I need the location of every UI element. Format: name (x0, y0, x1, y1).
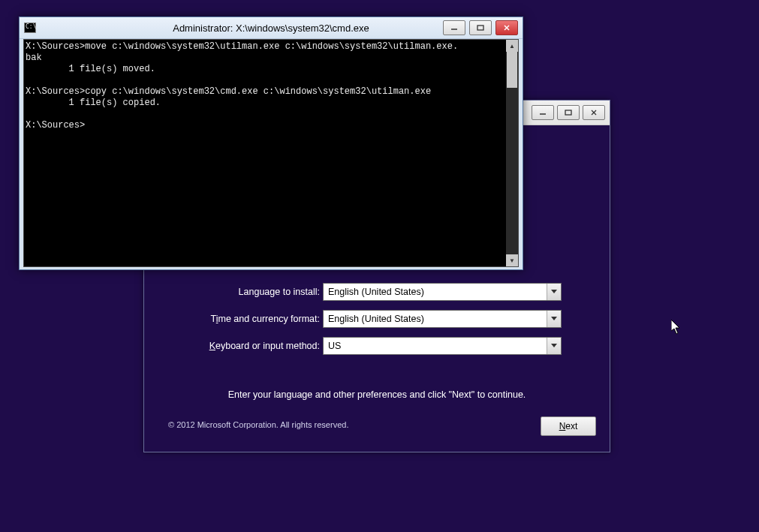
svg-marker-4 (551, 290, 557, 293)
next-button[interactable]: Next (541, 416, 596, 436)
maximize-button[interactable] (469, 20, 492, 35)
cmd-output[interactable]: X:\Sources>move c:\windows\system32\util… (24, 40, 506, 266)
svg-rect-1 (565, 110, 571, 115)
chevron-down-icon (547, 338, 561, 354)
cursor-icon (671, 320, 682, 335)
scroll-track[interactable] (506, 52, 518, 254)
cmd-scrollbar[interactable]: ▲ ▼ (506, 40, 518, 266)
scroll-up-icon[interactable]: ▲ (506, 40, 518, 52)
svg-marker-11 (671, 320, 679, 334)
chevron-down-icon (547, 311, 561, 327)
scroll-down-icon[interactable]: ▼ (506, 254, 518, 266)
language-combo[interactable]: English (United States) (323, 283, 562, 301)
cmd-client-area: X:\Sources>move c:\windows\system32\util… (23, 39, 519, 267)
minimize-button[interactable] (443, 20, 465, 35)
setup-form: Language to install: English (United Sta… (144, 283, 610, 364)
minimize-button[interactable] (532, 105, 554, 120)
svg-rect-8 (477, 26, 483, 30)
cmd-window: C:\ Administrator: X:\windows\system32\c… (19, 17, 523, 270)
close-button[interactable] (495, 20, 518, 35)
cmd-icon: C:\ (24, 23, 36, 33)
scroll-thumb[interactable] (507, 52, 517, 88)
language-value: English (United States) (328, 287, 424, 297)
svg-marker-5 (551, 317, 557, 320)
time-combo[interactable]: English (United States) (323, 310, 562, 328)
maximize-button[interactable] (557, 105, 580, 120)
time-value: English (United States) (328, 314, 424, 324)
setup-instruction: Enter your language and other preference… (144, 389, 610, 400)
time-label: Time and currency format: (144, 314, 323, 324)
language-label: Language to install: (144, 287, 323, 297)
chevron-down-icon (547, 284, 561, 300)
copyright-text: © 2012 Microsoft Corporation. All rights… (168, 420, 348, 429)
keyboard-combo[interactable]: US (323, 337, 562, 355)
keyboard-value: US (328, 341, 341, 351)
svg-marker-6 (551, 344, 557, 347)
close-button[interactable] (583, 105, 605, 120)
keyboard-label: Keyboard or input method: (144, 341, 323, 351)
cmd-titlebar[interactable]: C:\ Administrator: X:\windows\system32\c… (20, 17, 523, 39)
